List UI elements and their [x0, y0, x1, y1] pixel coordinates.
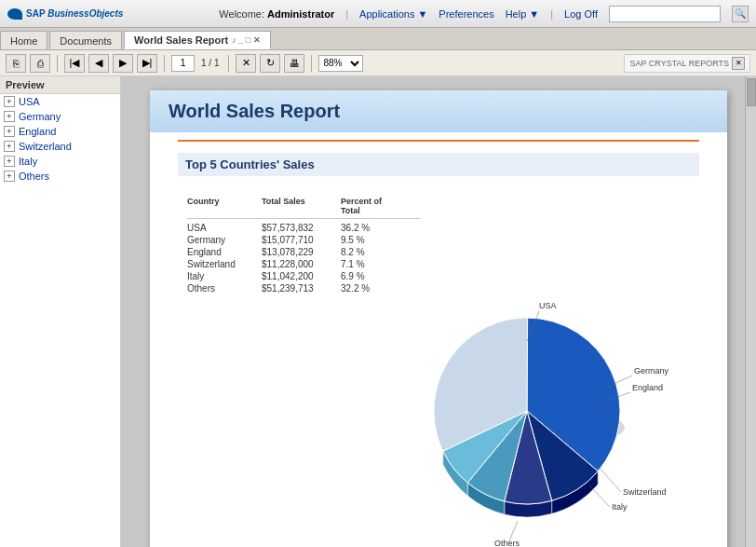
toolbar-btn-print[interactable]: 🖶 — [284, 54, 304, 73]
toolbar-separator-2 — [164, 55, 165, 72]
tab-bar: Home Documents World Sales Report ♪ _ □ … — [0, 28, 756, 50]
toolbar-btn-copy[interactable]: ⎘ — [6, 54, 26, 73]
top-nav: Welcome: Administrator | Applications ▼ … — [219, 6, 749, 22]
report-area[interactable]: World Sales Report Top 5 Countries' Sale… — [121, 76, 756, 547]
label-italy: Italy — [612, 502, 628, 512]
tree-item-switzerland[interactable]: + Switzerland — [0, 139, 120, 154]
search-input[interactable] — [609, 6, 721, 22]
toolbar-btn-last[interactable]: ▶| — [137, 54, 157, 73]
label-switzerland: Switzerland — [623, 487, 667, 497]
cell-percent: 9.5 % — [341, 235, 420, 245]
crystal-reports-logo: SAP CRYSTAL REPORTS ✕ — [624, 54, 750, 73]
crystal-close-btn[interactable]: ✕ — [732, 57, 745, 70]
toolbar: ⎘ ⎙ |◀ ◀ ▶ ▶| 1 / 1 ✕ ↻ 🖶 88% 100% 75% 5… — [0, 50, 756, 76]
table-headers: Country Total Sales Percent ofTotal — [187, 197, 420, 219]
top-bar: SAP BusinessObjects Welcome: Administrat… — [0, 0, 756, 28]
col-header-sales: Total Sales — [262, 197, 341, 215]
table-row: Switzerland$11,228,0007.1 % — [187, 258, 420, 270]
cell-percent: 8.2 % — [341, 247, 420, 257]
report-title: World Sales Report — [169, 101, 340, 122]
label-england: England — [632, 383, 663, 392]
col-header-country: Country — [187, 197, 262, 215]
cell-country: Others — [187, 283, 262, 294]
toolbar-btn-paste[interactable]: ⎙ — [30, 54, 50, 73]
table-row: USA$57,573,83236.2 % — [187, 222, 420, 234]
tab-world-sales[interactable]: World Sales Report ♪ _ □ ✕ — [124, 31, 271, 49]
tree-item-germany[interactable]: + Germany — [0, 109, 120, 124]
cell-country: USA — [187, 223, 262, 233]
cell-percent: 36.2 % — [341, 223, 420, 233]
toolbar-btn-prev[interactable]: ◀ — [88, 54, 109, 73]
report-divider-line — [178, 140, 699, 142]
sap-logo-shape — [7, 8, 22, 20]
sap-logo: SAP BusinessObjects — [7, 8, 123, 20]
preferences-link[interactable]: Preferences — [439, 8, 493, 20]
col-header-percent: Percent ofTotal — [341, 197, 420, 215]
tree-expand-england[interactable]: + — [4, 126, 15, 137]
tree-expand-switzerland[interactable]: + — [4, 141, 15, 152]
tree-item-usa[interactable]: + USA — [0, 94, 120, 109]
tree-item-others[interactable]: + Others — [0, 169, 120, 184]
label-usa: USA — [539, 301, 557, 310]
section-header: Top 5 Countries' Sales — [178, 153, 699, 176]
tab-documents[interactable]: Documents — [49, 31, 122, 49]
tree-item-england[interactable]: + England — [0, 124, 120, 139]
cell-sales: $11,228,000 — [262, 259, 341, 269]
table-row: England$13,078,2298.2 % — [187, 246, 420, 258]
preview-label: Preview — [0, 76, 120, 94]
page-number-input[interactable] — [171, 55, 195, 72]
tree-expand-germany[interactable]: + — [4, 111, 15, 122]
help-link[interactable]: Help ▼ — [506, 8, 540, 20]
welcome-text: Welcome: Administrator — [219, 8, 334, 20]
toolbar-btn-first[interactable]: |◀ — [64, 54, 85, 73]
logoff-link[interactable]: Log Off — [564, 8, 598, 20]
report-header-band: World Sales Report — [150, 90, 727, 132]
label-others: Others — [494, 539, 520, 547]
cell-sales: $11,042,200 — [262, 271, 341, 281]
report-page: World Sales Report Top 5 Countries' Sale… — [150, 90, 727, 547]
toolbar-separator-3 — [228, 55, 229, 72]
main-layout: Preview + USA + Germany + England + Swit… — [0, 76, 756, 547]
page-total-text: 1 / 1 — [201, 58, 219, 68]
toolbar-separator-4 — [311, 55, 312, 72]
cell-sales: $57,573,832 — [262, 223, 341, 233]
tab-icons: ♪ _ □ ✕ — [232, 35, 260, 45]
tree-expand-italy[interactable]: + — [4, 156, 15, 167]
content-area: Country Total Sales Percent ofTotal USA$… — [178, 187, 699, 294]
pie-chart-svg: USA Germany England Switzerland Italy Ot… — [383, 271, 671, 547]
tab-home[interactable]: Home — [0, 31, 47, 49]
tree-expand-others[interactable]: + — [4, 171, 15, 182]
cell-country: Switzerland — [187, 259, 262, 269]
label-germany: Germany — [634, 366, 669, 376]
applications-link[interactable]: Applications ▼ — [359, 8, 427, 20]
table-row: Germany$15,077,7109.5 % — [187, 234, 420, 246]
cell-country: Germany — [187, 235, 262, 245]
user-name: Administrator — [267, 8, 334, 20]
cell-country: Italy — [187, 271, 262, 281]
cell-sales: $13,078,229 — [262, 247, 341, 257]
toolbar-btn-refresh[interactable]: ↻ — [260, 54, 280, 73]
zoom-select[interactable]: 88% 100% 75% 50% — [318, 55, 363, 72]
search-button[interactable]: 🔍 — [732, 6, 749, 22]
scrollbar-thumb[interactable] — [747, 78, 756, 106]
cell-sales: $51,239,713 — [262, 283, 341, 294]
sidebar: Preview + USA + Germany + England + Swit… — [0, 76, 121, 547]
sap-brand-text: SAP BusinessObjects — [26, 8, 123, 19]
svg-line-4 — [599, 467, 621, 492]
scrollbar[interactable] — [745, 76, 756, 547]
tree-expand-usa[interactable]: + — [4, 96, 15, 107]
cell-country: England — [187, 247, 262, 257]
toolbar-btn-stop[interactable]: ✕ — [236, 54, 256, 73]
cell-percent: 7.1 % — [341, 259, 420, 269]
chart-area: USA Germany England Switzerland Italy Ot… — [383, 271, 681, 547]
svg-line-5 — [589, 485, 610, 507]
cell-sales: $15,077,710 — [262, 235, 341, 245]
toolbar-separator-1 — [57, 55, 58, 72]
tree-item-italy[interactable]: + Italy — [0, 154, 120, 169]
toolbar-btn-next[interactable]: ▶ — [113, 54, 133, 73]
